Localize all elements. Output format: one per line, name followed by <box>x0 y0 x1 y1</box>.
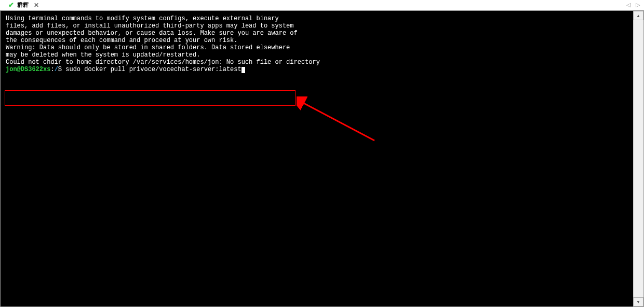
scrollbar-up-icon[interactable]: ▲ <box>633 11 643 20</box>
check-icon: ✔ <box>8 1 14 9</box>
close-icon[interactable]: ✕ <box>34 2 39 9</box>
tab-bar: ✔ 群辉 ✕ ◁ ▷ <box>0 0 644 10</box>
terminal-line: files, add files, or install unauthorize… <box>6 22 629 30</box>
command-text: sudo docker pull privoce/vocechat-server… <box>65 66 241 73</box>
tab-item[interactable]: ✔ 群辉 ✕ <box>4 0 43 10</box>
tab-title: 群辉 <box>17 1 29 9</box>
scrollbar-down-icon[interactable]: ▼ <box>633 297 643 306</box>
svg-line-1 <box>303 103 374 141</box>
terminal[interactable]: Using terminal commands to modify system… <box>1 11 633 306</box>
prompt-path: / <box>55 66 58 73</box>
highlight-box-annotation <box>5 90 296 106</box>
terminal-line: Warning: Data should only be stored in s… <box>6 44 629 51</box>
prompt-user-host: jon@DS3622xs <box>6 66 50 73</box>
terminal-line: the consequences of each command and pro… <box>6 37 629 44</box>
nav-prev-icon[interactable]: ◁ <box>626 2 630 8</box>
tab-left-group: ✔ 群辉 ✕ <box>4 0 43 10</box>
terminal-line: may be deleted when the system is update… <box>6 51 629 59</box>
prompt-dollar: $ <box>58 66 65 73</box>
nav-next-icon[interactable]: ▷ <box>636 2 640 8</box>
nav-arrows: ◁ ▷ <box>626 2 640 8</box>
terminal-wrapper: Using terminal commands to modify system… <box>0 10 644 307</box>
terminal-line: Using terminal commands to modify system… <box>6 15 629 22</box>
scrollbar-track[interactable]: ▲ ▼ <box>633 11 643 306</box>
cursor-icon <box>242 67 245 73</box>
prompt-line: jon@DS3622xs:/$ sudo docker pull privoce… <box>6 66 629 73</box>
terminal-line: damages or unexpected behavior, or cause… <box>6 30 629 37</box>
arrow-annotation-icon <box>297 96 380 148</box>
prompt-separator: : <box>50 66 54 73</box>
terminal-line: Could not chdir to home directory /var/s… <box>6 59 629 66</box>
